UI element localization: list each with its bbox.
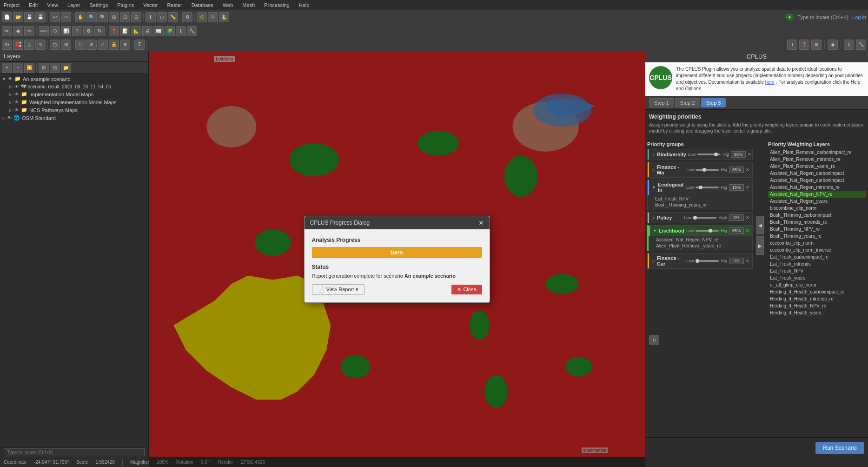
digitize2-btn[interactable]: ◉ (828, 40, 838, 50)
kmz-btn[interactable]: KMZ (39, 26, 49, 36)
livelihood-x[interactable]: ✕ (746, 228, 749, 233)
crs-btn[interactable]: G● (2, 40, 12, 50)
measure-btn[interactable]: 📏 (168, 12, 178, 22)
layer-item-osm[interactable]: ▷ 👁 🌐 OSM Standard (0, 114, 148, 122)
pw-layer-20[interactable]: ei_all_gknp_clip_norm (768, 281, 866, 288)
options-btn2[interactable]: ⚙ (83, 26, 93, 36)
refresh-layers-btn[interactable]: ↻ (649, 335, 659, 345)
close-button[interactable]: ✕ Close (451, 285, 482, 294)
finance-car-expand[interactable]: ▷ (652, 259, 655, 263)
ecological-slider[interactable] (696, 187, 719, 188)
pw-layer-14[interactable]: ccccombo_clip_norm (768, 240, 866, 247)
menu-settings[interactable]: Settings (87, 1, 110, 9)
extent-btn2[interactable]: ⊞ (811, 40, 822, 50)
pw-layer-9[interactable]: biocombine_clip_norm (768, 205, 866, 212)
undo-btn[interactable]: ↩ (50, 12, 60, 22)
pw-layer-8[interactable]: Assisted_Nat_Regen_years (768, 198, 866, 205)
save-as-btn[interactable]: 💾 (35, 12, 46, 22)
ecological-pct[interactable] (729, 184, 744, 191)
collapse-all-btn[interactable]: ⊟ (50, 63, 60, 73)
move-btn[interactable]: ⤢ (98, 40, 108, 50)
biodiversity-expand[interactable]: ▷ (652, 152, 655, 157)
coord-display-btn[interactable]: 📍 (799, 40, 809, 50)
digitize-btn[interactable]: ✏ (2, 26, 12, 36)
finance-car-pct[interactable] (729, 258, 744, 264)
zoom-extent-btn[interactable]: ⊞ (109, 12, 119, 22)
pan-btn[interactable]: ✋ (75, 12, 86, 22)
layer-item-impl-maps[interactable]: ▷ 👁 📁 Implementation Model Maps (0, 90, 148, 98)
pw-layer-7[interactable]: Assisted_Nat_Regen_NPV_re (768, 191, 866, 198)
menu-raster[interactable]: Raster (165, 1, 184, 9)
menu-web[interactable]: Web (221, 1, 235, 9)
wrench-btn[interactable]: 🔧 (187, 26, 197, 36)
arrow-left-btn[interactable]: ◀ (756, 216, 764, 234)
login-link[interactable]: Log in (852, 14, 866, 20)
info2-btn[interactable]: ℹ (844, 40, 854, 50)
menu-database[interactable]: Database (190, 1, 215, 9)
lock-btn[interactable]: 🔒 (109, 40, 119, 50)
pw-layer-4[interactable]: Assisted_Nat_Regen_carbonimpact (768, 170, 866, 177)
pw-layer-6[interactable]: Assisted_Nat_Regen_mtrends_re (768, 184, 866, 191)
profile-btn[interactable]: 📊 (61, 26, 71, 36)
zoom-in-btn[interactable]: 🔍 (86, 12, 97, 22)
open-btn[interactable]: 📂 (13, 12, 23, 22)
view-report-button[interactable]: 📄 View Report ▾ (312, 284, 365, 295)
pw-layer-12[interactable]: Bush_Thinning_NPV_re (768, 226, 866, 233)
pw-layer-16[interactable]: Eat_Fresh_carbonimpact_re (768, 254, 866, 260)
r-btn[interactable]: R (208, 12, 218, 22)
map-area[interactable]: Lulekani eMakhomba CPLUS Progress Dialog… (149, 51, 645, 467)
info-btn2[interactable]: ℹ (176, 26, 186, 36)
eye-icon2[interactable]: 👁 (14, 84, 19, 89)
pw-layer-3[interactable]: Alien_Plant_Removal_years_re (768, 163, 866, 170)
menu-edit[interactable]: Edit (27, 1, 40, 9)
menu-processing[interactable]: Processing (262, 1, 291, 9)
menu-view[interactable]: View (45, 1, 60, 9)
add-layer-btn[interactable]: + (2, 63, 12, 73)
spatial-btn[interactable]: ⬡ (75, 40, 86, 50)
policy-pct[interactable] (729, 214, 744, 221)
split-btn[interactable]: ✂ (24, 26, 34, 36)
pw-layer-5[interactable]: Assisted_Nat_Regen_carbonimpact (768, 177, 866, 184)
redo-btn[interactable]: ↪ (61, 12, 71, 22)
pw-layer-1[interactable]: Alien_Plant_Removal_carbonimpact_re (768, 149, 866, 156)
layer-item-ncs-pathways[interactable]: ▷ 👁 📁 NCS Pathways Maps (0, 106, 148, 114)
plugin2-btn[interactable]: 🧩 (165, 26, 175, 36)
layer-item-weighted-impl-maps[interactable]: ▷ 👁 📁 Weighted Implementation Model Maps (0, 98, 148, 106)
pw-layer-21[interactable]: Herding_4_Health_carbonimpact_re (768, 288, 866, 295)
zoom-out-btn[interactable]: 🔍 (98, 12, 108, 22)
expand-all-btn[interactable]: ⊞ (39, 63, 49, 73)
field-calc-btn[interactable]: Σ (134, 40, 145, 50)
pw-layer-22[interactable]: Herding_4_Health_mtrends_re (768, 295, 866, 302)
step-1-btn[interactable]: Step 1 (649, 98, 674, 107)
finance-ma-pct[interactable] (729, 167, 744, 173)
save-btn[interactable]: 💾 (24, 12, 34, 22)
policy-slider[interactable] (693, 217, 716, 219)
ext-btn[interactable]: ⬡ (50, 26, 60, 36)
annotation-btn[interactable]: 📝 (120, 26, 130, 36)
pw-layer-13[interactable]: Bush_Thinning_years_re (768, 233, 866, 240)
pw-layer-10[interactable]: Bush_Thinning_carbonimpact (768, 212, 866, 219)
topology-btn[interactable]: △ (24, 40, 34, 50)
coord-crs-btn[interactable]: ℹ (787, 40, 797, 50)
menu-help[interactable]: Help (297, 1, 311, 9)
arrow-right-btn[interactable]: ▶ (756, 236, 764, 255)
pw-layer-15[interactable]: ccccombo_clip_norm_inverse (768, 247, 866, 254)
livelihood-slider[interactable] (696, 230, 719, 232)
livelihood-expand[interactable]: ▼ (653, 228, 657, 233)
eye-icon4[interactable]: 👁 (14, 100, 19, 105)
eye-icon6[interactable]: 👁 (7, 115, 12, 120)
config-btn[interactable]: 🔧 (856, 40, 866, 50)
pw-layer-24[interactable]: Herding_4_Health_years (768, 309, 866, 316)
step-3-btn[interactable]: Step 3 (701, 98, 726, 107)
pw-layer-11[interactable]: Bush_Thinning_mtrends_re (768, 219, 866, 226)
menu-project[interactable]: Project (2, 1, 21, 9)
layer-item-example-scenario[interactable]: ▼ 👁 📁 An example scenario (0, 75, 148, 83)
eye-icon5[interactable]: 👁 (14, 107, 19, 113)
pw-layer-19[interactable]: Eat_Fresh_years (768, 274, 866, 281)
ecological-expand[interactable]: ▼ (652, 185, 656, 190)
pw-layer-17[interactable]: Eat_Fresh_mtrends (768, 260, 866, 267)
run-scenario-btn[interactable]: Run Scenario (815, 442, 864, 454)
eye-icon3[interactable]: 👁 (14, 92, 19, 97)
pw-layer-23[interactable]: Herding_4_Health_NPV_re (768, 302, 866, 309)
filter-layer-btn[interactable]: 🔽 (24, 63, 34, 73)
